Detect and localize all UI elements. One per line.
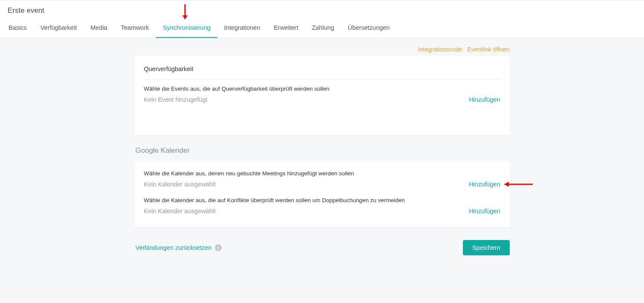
gcal-addto-empty: Kein Kalender ausgewählt: [144, 181, 216, 188]
gcal-conflict-description: Wähle die Kalender aus, die auf Konflikt…: [144, 197, 500, 203]
reset-connections-label: Verbindungen zurücksetzen: [136, 244, 212, 251]
cross-availability-add-button[interactable]: Hinzufügen: [469, 96, 500, 103]
tab-erweitert[interactable]: Erweitert: [267, 19, 305, 38]
cross-availability-card: Querverfügbarkeit Wähle die Events aus, …: [134, 56, 511, 135]
cross-availability-title: Querverfügbarkeit: [144, 66, 500, 80]
content: Integrationscode Eventlink öffnen Querve…: [134, 38, 511, 268]
open-event-link[interactable]: Eventlink öffnen: [467, 46, 509, 53]
tab-synchronisierung[interactable]: Synchronisierung: [156, 19, 217, 38]
gcal-addto-description: Wähle die Kalender aus, denen neu gebuch…: [144, 170, 500, 177]
tabs-bar: BasicsVerfügbarkeitMediaTeamworkSynchron…: [0, 19, 644, 38]
tab--bersetzungen[interactable]: Übersetzungen: [341, 19, 396, 38]
tab-verf-gbarkeit[interactable]: Verfügbarkeit: [34, 19, 84, 38]
tab-basics[interactable]: Basics: [2, 19, 34, 38]
footer-row: Verbindungen zurücksetzen i Speichern: [134, 238, 511, 268]
tab-media[interactable]: Media: [84, 19, 114, 38]
gcal-conflict-add-button[interactable]: Hinzufügen: [469, 208, 500, 214]
info-icon: i: [215, 244, 222, 251]
tab-zahlung[interactable]: Zahlung: [305, 19, 341, 38]
cross-availability-description: Wähle die Events aus, die auf Querverfüg…: [144, 86, 500, 92]
save-button[interactable]: Speichern: [463, 240, 509, 255]
reset-connections-link[interactable]: Verbindungen zurücksetzen i: [136, 244, 222, 251]
tab-integrationen[interactable]: Integrationen: [217, 19, 267, 38]
top-links: Integrationscode Eventlink öffnen: [134, 44, 511, 56]
gcal-addto-add-button[interactable]: Hinzufügen: [469, 181, 500, 188]
gcal-conflict-empty: Kein Kalender ausgewählt: [144, 208, 216, 214]
page-title: Erste event: [0, 6, 644, 19]
tab-teamwork[interactable]: Teamwork: [114, 19, 156, 38]
cross-availability-empty: Kein Event hinzugefügt: [144, 96, 208, 103]
google-calendar-card: Wähle die Kalender aus, denen neu gebuch…: [134, 161, 511, 227]
integration-code-link[interactable]: Integrationscode: [418, 46, 462, 53]
google-calendar-heading: Google Kalender: [136, 146, 511, 155]
header: Erste event BasicsVerfügbarkeitMediaTeam…: [0, 0, 644, 38]
